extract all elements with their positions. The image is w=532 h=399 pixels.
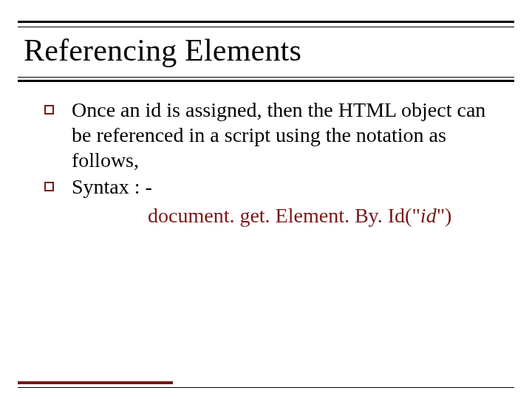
syntax-suffix: ") xyxy=(437,204,452,227)
bullet-item: Syntax : - xyxy=(44,174,502,200)
footer-rule xyxy=(18,387,514,388)
top-double-rule xyxy=(18,21,514,23)
title-underline-rule xyxy=(18,77,514,78)
bullet-text: Syntax : - xyxy=(72,174,502,200)
bullet-item: Once an id is assigned, then the HTML ob… xyxy=(44,98,502,173)
syntax-prefix: document. get. Element. By. Id(" xyxy=(148,204,420,227)
slide-body: Once an id is assigned, then the HTML ob… xyxy=(44,98,502,228)
syntax-example: document. get. Element. By. Id("id") xyxy=(148,203,502,228)
bullet-text: Once an id is assigned, then the HTML ob… xyxy=(72,98,502,173)
square-bullet-icon xyxy=(44,182,54,191)
square-bullet-icon xyxy=(44,105,54,115)
slide-title: Referencing Elements xyxy=(24,33,301,68)
syntax-id-param: id xyxy=(420,204,437,227)
footer-accent-bar xyxy=(18,381,173,384)
slide: Referencing Elements Once an id is assig… xyxy=(0,0,532,399)
